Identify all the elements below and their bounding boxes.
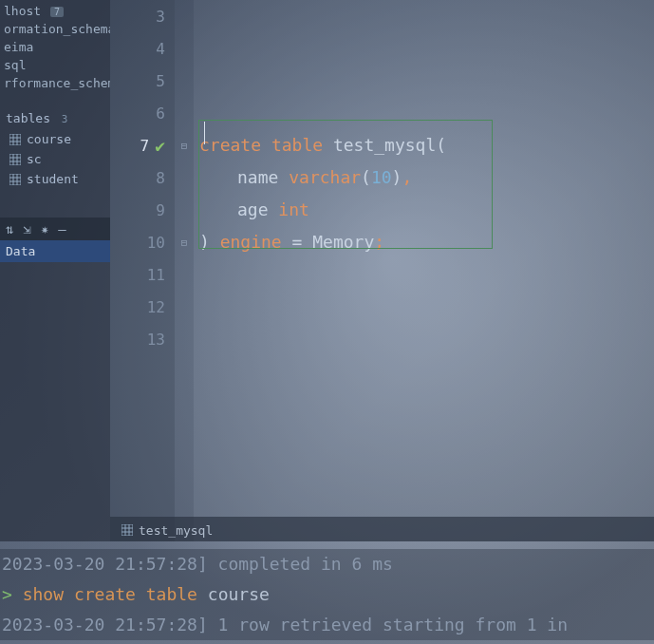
code-line-7[interactable]: create table test_mysql(	[194, 129, 654, 161]
fold-icon[interactable]: ⊟	[175, 226, 194, 258]
db-name: eima	[4, 40, 33, 54]
sidebar-toolbar: ⇅ ⇲ ✷ —	[0, 218, 110, 240]
collapse-icon[interactable]: ⇲	[23, 221, 30, 237]
database-item[interactable]: sql	[0, 56, 110, 74]
line-number[interactable]: 9	[110, 194, 175, 226]
line-number[interactable]: 10	[110, 226, 175, 258]
db-badge: 7	[50, 7, 64, 17]
tab-label: test_mysql	[139, 523, 213, 538]
editor-tab-bar: test_mysql	[110, 517, 654, 541]
database-item[interactable]: lhost 7	[0, 2, 110, 20]
svg-rect-15	[121, 524, 133, 536]
line-number[interactable]: 8	[110, 161, 175, 194]
table-name: student	[27, 172, 79, 186]
line-number[interactable]: 12	[110, 291, 175, 323]
line-number[interactable]: 7✔	[110, 129, 175, 161]
fold-icon[interactable]: ⊟	[175, 129, 194, 161]
data-label: Data	[6, 244, 35, 258]
table-icon	[9, 174, 21, 185]
table-name: sc	[27, 152, 42, 166]
output-console[interactable]: 2023-03-20 21:57:28] completed in 6 ms >…	[0, 549, 654, 640]
table-name: course	[27, 132, 71, 146]
minimize-icon[interactable]: —	[58, 221, 65, 237]
tables-header[interactable]: tables 3	[0, 105, 110, 129]
database-item[interactable]: ormation_schema	[0, 20, 110, 38]
table-icon	[121, 524, 133, 536]
db-name: ormation_schema	[4, 22, 110, 36]
console-line: 2023-03-20 21:57:28] 1 row retrieved sta…	[2, 610, 654, 640]
code-line-8[interactable]: name varchar(10),	[194, 161, 654, 194]
line-number[interactable]: 13	[110, 323, 175, 355]
database-list: lhost 7 ormation_schema eima sql rforman…	[0, 0, 110, 92]
table-icon	[9, 134, 21, 145]
line-gutter: 3 4 5 6 7✔ 8 9 10 11 12 13	[110, 0, 175, 541]
svg-rect-5	[9, 154, 21, 165]
gear-icon[interactable]: ✷	[41, 221, 48, 237]
line-number[interactable]: 6	[110, 97, 175, 129]
table-icon	[9, 154, 21, 165]
svg-rect-10	[9, 174, 21, 185]
db-name: lhost	[4, 4, 41, 18]
console-line: > show create table course	[2, 579, 654, 610]
sidebar: lhost 7 ormation_schema eima sql rforman…	[0, 0, 110, 541]
fold-column: ⊟ ⊟	[175, 0, 194, 541]
db-name: rformance_schem	[4, 76, 110, 90]
database-item[interactable]: eima	[0, 38, 110, 56]
code-line-10[interactable]: ) engine = Memory;	[194, 226, 654, 258]
code-editor[interactable]: create table test_mysql( name varchar(10…	[194, 0, 654, 541]
line-number[interactable]: 11	[110, 258, 175, 291]
line-number[interactable]: 5	[110, 65, 175, 97]
tab-test-mysql[interactable]: test_mysql	[110, 518, 224, 541]
filter-icon[interactable]: ⇅	[6, 221, 13, 237]
table-item-course[interactable]: course	[0, 129, 110, 149]
line-number[interactable]: 3	[110, 0, 175, 32]
db-name: sql	[4, 58, 26, 72]
text-cursor	[204, 122, 205, 144]
code-line-9[interactable]: age int	[194, 194, 654, 226]
tables-count: 3	[62, 113, 68, 125]
table-item-sc[interactable]: sc	[0, 149, 110, 169]
console-line: 2023-03-20 21:57:28] completed in 6 ms	[2, 549, 654, 579]
table-item-student[interactable]: student	[0, 169, 110, 189]
database-item[interactable]: rformance_schem	[0, 74, 110, 92]
sidebar-data-item[interactable]: Data	[0, 240, 110, 262]
line-number[interactable]: 4	[110, 32, 175, 65]
check-icon: ✔	[155, 136, 165, 156]
svg-rect-0	[9, 134, 21, 145]
tables-label: tables	[6, 111, 50, 125]
